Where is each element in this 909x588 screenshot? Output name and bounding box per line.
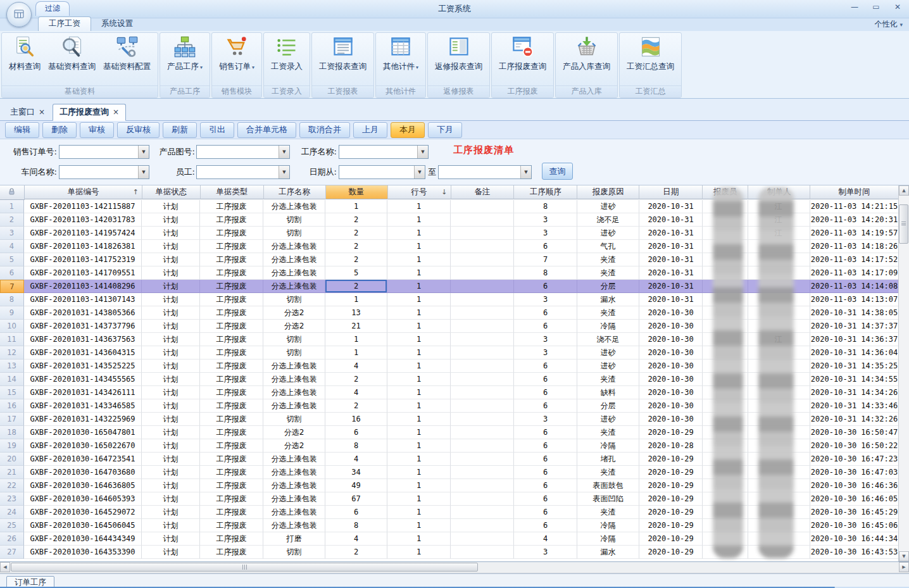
basic-data-query-button[interactable]: 基础资料查询: [45, 35, 99, 73]
date-from-combobox[interactable]: ▼: [339, 165, 425, 179]
toolbar-button-8[interactable]: 上月: [353, 122, 387, 138]
dropdown-arrow-icon[interactable]: ▼: [414, 166, 425, 178]
toolbar-button-4[interactable]: 刷新: [163, 122, 197, 138]
rework-report-query-button[interactable]: 返修报表查询: [432, 35, 486, 73]
toolbar-button-6[interactable]: 合并单元格: [237, 122, 296, 138]
personalize-menu[interactable]: 个性化 ▾: [875, 19, 903, 30]
toolbar-button-3[interactable]: 反审核: [117, 122, 160, 138]
cell: 34: [325, 466, 387, 479]
scroll-left-button[interactable]: ◀: [0, 562, 10, 572]
workshop-combobox[interactable]: ▼: [59, 165, 149, 179]
horizontal-scrollbar[interactable]: ◀ ▶: [0, 562, 909, 573]
toolbar-button-1[interactable]: 删除: [42, 122, 77, 138]
column-header-4[interactable]: 数量: [326, 185, 388, 199]
minimize-button[interactable]: —: [848, 3, 861, 11]
cell: 夹渣: [577, 506, 639, 519]
column-header-1[interactable]: 单据状态: [142, 185, 201, 199]
search-button[interactable]: 查询: [542, 163, 573, 180]
scroll-right-button[interactable]: ▶: [899, 562, 909, 572]
cell: 工序报废: [200, 439, 263, 453]
vertical-scrollbar[interactable]: ▲ ▼: [898, 185, 909, 561]
cell: 1: [325, 346, 387, 360]
application-menu-button[interactable]: [6, 2, 32, 27]
chevron-down-icon: ▾: [416, 65, 418, 70]
cell: 2020-10-30 16:46:36: [810, 479, 899, 492]
column-header-7[interactable]: 工序顺序: [514, 185, 577, 199]
ribbon-group-label: 工资录入: [264, 85, 310, 97]
cell: [451, 253, 514, 266]
wage-report-query-button[interactable]: 工资报表查询: [316, 35, 370, 73]
layered-waves-icon: [639, 35, 662, 60]
cell: 1: [387, 479, 451, 492]
cell: 气孔: [577, 240, 639, 253]
column-header-8[interactable]: 报废原因: [577, 185, 639, 199]
cell: 2020-10-31: [639, 293, 703, 306]
cell: 5: [325, 266, 387, 280]
wage-entry-button[interactable]: 工资录入: [268, 35, 306, 73]
dropdown-arrow-icon[interactable]: ▼: [138, 146, 149, 158]
scroll-up-button[interactable]: ▲: [899, 185, 909, 196]
toolbar-button-10[interactable]: 下月: [428, 122, 462, 138]
cell: 切割: [263, 293, 325, 306]
column-header-6[interactable]: 备注: [451, 185, 515, 199]
dropdown-arrow-icon[interactable]: ▼: [520, 166, 531, 178]
tab-close-icon[interactable]: ×: [113, 108, 119, 116]
toolbar-button-5[interactable]: 引出: [200, 122, 234, 138]
horizontal-scroll-thumb[interactable]: [11, 563, 478, 572]
ribbon-tab-gongxugongzi[interactable]: 工序工资: [38, 16, 91, 31]
product-inbound-query-button[interactable]: 产品入库查询: [560, 35, 613, 73]
cell: [451, 453, 514, 466]
maximize-button[interactable]: ▭: [870, 3, 882, 11]
sales-order-button[interactable]: 销售订单▾: [216, 35, 258, 73]
dropdown-arrow-icon[interactable]: ▼: [279, 146, 289, 158]
cell: 2020-11-03 14:21:15: [810, 200, 899, 213]
product-drawing-combobox[interactable]: ▼: [196, 145, 290, 159]
column-header-0[interactable]: 单据编号↑: [25, 185, 142, 199]
dropdown-arrow-icon[interactable]: ▼: [279, 166, 289, 178]
close-button[interactable]: ✕: [891, 3, 904, 11]
ribbon-tab-xitongshezhi[interactable]: 系统设置: [91, 17, 143, 31]
dropdown-arrow-icon[interactable]: ▼: [138, 166, 149, 178]
employee-combobox[interactable]: ▼: [196, 165, 290, 179]
dropdown-arrow-icon[interactable]: ▼: [417, 146, 428, 158]
column-header-2[interactable]: 单据类型: [201, 185, 264, 199]
vertical-scroll-thumb[interactable]: [899, 204, 908, 244]
cell: 8: [514, 200, 577, 213]
cell: 1: [325, 333, 387, 346]
cell: 2020-10-31: [639, 227, 703, 240]
sales-order-combobox[interactable]: ▼: [59, 145, 149, 159]
toolbar-button-9[interactable]: 本月: [391, 122, 425, 138]
cell: 2020-10-30 16:47:23: [810, 453, 899, 466]
cell: 2: [325, 546, 387, 559]
column-header-3[interactable]: 工序名称: [264, 185, 326, 199]
cell: 2020-10-29: [639, 492, 703, 506]
cell: 工序报废: [200, 266, 263, 280]
column-header-label: 报废原因: [592, 187, 624, 197]
doc-tab-1[interactable]: 工序报废查询×: [53, 104, 126, 121]
cell: 计划: [142, 213, 200, 227]
doc-tab-0[interactable]: 主窗口×: [4, 104, 51, 120]
process-scrap-query-button[interactable]: 工序报废查询: [496, 35, 549, 73]
column-header-9[interactable]: 日期: [639, 185, 703, 199]
cell: 6: [514, 399, 577, 413]
scroll-down-button[interactable]: ▼: [899, 551, 909, 561]
material-query-button[interactable]: 材料查询: [6, 35, 44, 73]
column-header-12[interactable]: 制单时间: [810, 185, 899, 199]
cell: 6: [514, 439, 577, 453]
wage-summary-query-button[interactable]: 工资汇总查询: [624, 35, 677, 73]
toolbar-button-0[interactable]: 编辑: [5, 122, 39, 138]
cell: 1: [387, 506, 451, 519]
tab-close-icon[interactable]: ×: [39, 108, 45, 116]
cell: 工序报废: [200, 373, 263, 386]
column-header-5[interactable]: 行号↓: [388, 185, 451, 199]
cell: 1: [387, 439, 451, 453]
other-piecework-button[interactable]: 其他计件▾: [380, 35, 422, 73]
process-name-combobox[interactable]: ▼: [339, 145, 429, 159]
cell: 1: [387, 346, 451, 360]
date-to-combobox[interactable]: ▼: [438, 165, 532, 179]
product-process-button[interactable]: 产品工序▾: [164, 35, 206, 73]
cell: 6: [514, 492, 577, 506]
toolbar-button-7[interactable]: 取消合并: [299, 122, 350, 138]
basic-data-config-button[interactable]: 基础资料配置: [100, 35, 154, 73]
toolbar-button-2[interactable]: 审核: [80, 122, 114, 138]
